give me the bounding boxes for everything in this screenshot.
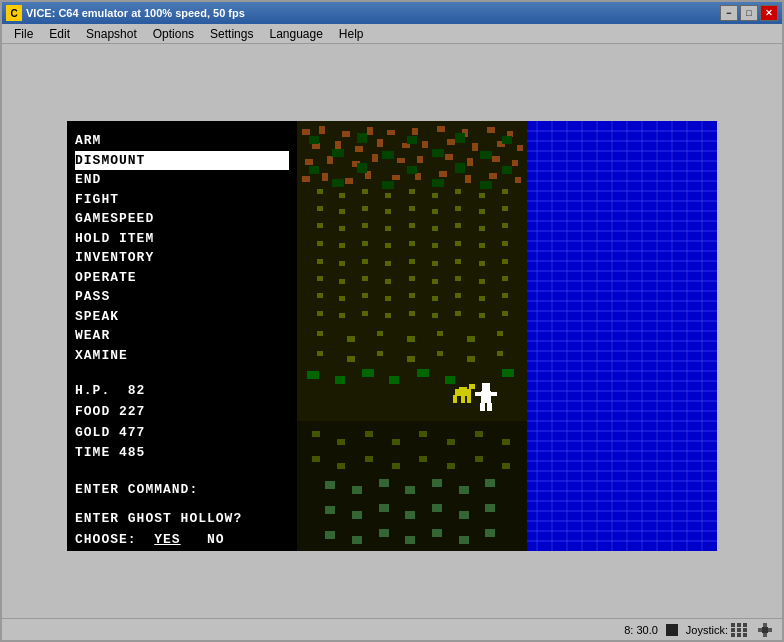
svg-rect-103 — [455, 133, 465, 143]
svg-rect-231 — [312, 456, 320, 462]
svg-rect-200 — [497, 351, 503, 356]
svg-rect-96 — [515, 177, 521, 183]
svg-rect-127 — [385, 209, 391, 214]
minimize-button[interactable]: − — [720, 5, 738, 21]
svg-rect-125 — [339, 209, 345, 214]
menu-help[interactable]: Help — [331, 25, 372, 43]
svg-rect-211 — [480, 403, 485, 411]
menu-edit[interactable]: Edit — [41, 25, 78, 43]
svg-rect-159 — [502, 259, 508, 264]
svg-rect-167 — [479, 279, 485, 284]
stat-time: TIME 485 — [75, 443, 289, 464]
main-window: C VICE: C64 emulator at 100% speed, 50 f… — [0, 0, 784, 642]
svg-rect-173 — [409, 293, 415, 298]
svg-rect-215 — [307, 371, 319, 379]
svg-rect-136 — [385, 226, 391, 231]
svg-rect-262 — [762, 627, 768, 633]
joy-dot-6 — [743, 628, 747, 632]
svg-rect-156 — [432, 261, 438, 266]
player-stats: H.P. 82 FOOD 227 GOLD 477 TIME 485 — [75, 381, 289, 464]
joystick-icon-svg — [756, 621, 774, 639]
svg-rect-141 — [502, 223, 508, 228]
svg-rect-176 — [479, 296, 485, 301]
svg-rect-63 — [437, 126, 445, 132]
svg-rect-109 — [382, 181, 394, 189]
svg-rect-245 — [485, 479, 495, 487]
svg-rect-130 — [455, 206, 461, 211]
svg-rect-196 — [377, 351, 383, 356]
content-area: ARM DISMOUNT END FIGHT GAMESPEED HOLD IT… — [2, 44, 782, 618]
svg-rect-140 — [479, 226, 485, 231]
svg-rect-73 — [447, 139, 455, 145]
svg-rect-110 — [407, 166, 417, 174]
svg-rect-155 — [409, 259, 415, 264]
svg-rect-205 — [461, 395, 465, 403]
right-panel — [297, 121, 717, 551]
svg-rect-189 — [377, 331, 383, 336]
svg-rect-62 — [412, 128, 418, 135]
svg-rect-59 — [342, 131, 350, 137]
menu-settings[interactable]: Settings — [202, 25, 261, 43]
svg-rect-180 — [362, 311, 368, 316]
svg-rect-148 — [455, 241, 461, 246]
menu-snapshot[interactable]: Snapshot — [78, 25, 145, 43]
svg-rect-158 — [479, 261, 485, 266]
svg-rect-111 — [432, 179, 444, 187]
svg-rect-87 — [302, 176, 310, 182]
menu-dismount: DISMOUNT — [75, 151, 289, 171]
svg-rect-68 — [335, 141, 341, 149]
svg-rect-185 — [479, 313, 485, 318]
svg-rect-195 — [347, 356, 355, 362]
svg-rect-149 — [479, 243, 485, 248]
svg-rect-226 — [392, 439, 400, 445]
joy-dot-9 — [743, 633, 747, 637]
svg-rect-92 — [415, 173, 421, 180]
svg-rect-122 — [479, 193, 485, 198]
menu-inventory: INVENTORY — [75, 248, 289, 268]
svg-rect-241 — [379, 479, 389, 487]
svg-rect-194 — [317, 351, 323, 356]
svg-rect-137 — [409, 223, 415, 228]
svg-rect-234 — [392, 463, 400, 469]
window-controls: − □ ✕ — [720, 5, 778, 21]
menu-file[interactable]: File — [6, 25, 41, 43]
svg-rect-210 — [481, 391, 491, 403]
joystick-dots — [731, 623, 748, 637]
svg-rect-249 — [405, 511, 415, 519]
menu-options[interactable]: Options — [145, 25, 202, 43]
svg-rect-208 — [455, 389, 471, 396]
svg-rect-146 — [409, 241, 415, 246]
svg-rect-179 — [339, 313, 345, 318]
svg-rect-163 — [385, 279, 391, 284]
svg-rect-80 — [372, 154, 378, 162]
svg-rect-77 — [305, 159, 313, 165]
svg-rect-144 — [362, 241, 368, 246]
svg-rect-119 — [409, 189, 415, 194]
maximize-button[interactable]: □ — [740, 5, 758, 21]
svg-rect-108 — [357, 163, 367, 173]
svg-rect-219 — [417, 369, 429, 377]
svg-rect-227 — [419, 431, 427, 437]
svg-rect-143 — [339, 243, 345, 248]
svg-rect-250 — [432, 504, 442, 512]
svg-rect-174 — [432, 296, 438, 301]
svg-rect-151 — [317, 259, 323, 264]
svg-rect-162 — [362, 276, 368, 281]
svg-rect-114 — [502, 166, 512, 174]
svg-rect-193 — [497, 331, 503, 336]
svg-rect-232 — [337, 463, 345, 469]
close-button[interactable]: ✕ — [760, 5, 778, 21]
svg-rect-138 — [432, 226, 438, 231]
game-main: ARM DISMOUNT END FIGHT GAMESPEED HOLD IT… — [67, 121, 717, 551]
game-screen[interactable]: ARM DISMOUNT END FIGHT GAMESPEED HOLD IT… — [67, 121, 717, 551]
menu-language[interactable]: Language — [261, 25, 330, 43]
window-title: VICE: C64 emulator at 100% speed, 50 fps — [26, 7, 245, 19]
svg-rect-212 — [487, 403, 492, 411]
svg-rect-197 — [407, 356, 415, 362]
svg-rect-131 — [479, 209, 485, 214]
svg-rect-166 — [455, 276, 461, 281]
joy-dot-8 — [737, 633, 741, 637]
menu-speak: SPEAK — [75, 307, 289, 327]
svg-rect-117 — [362, 189, 368, 194]
status-info: 8: 30.0 — [624, 624, 658, 636]
